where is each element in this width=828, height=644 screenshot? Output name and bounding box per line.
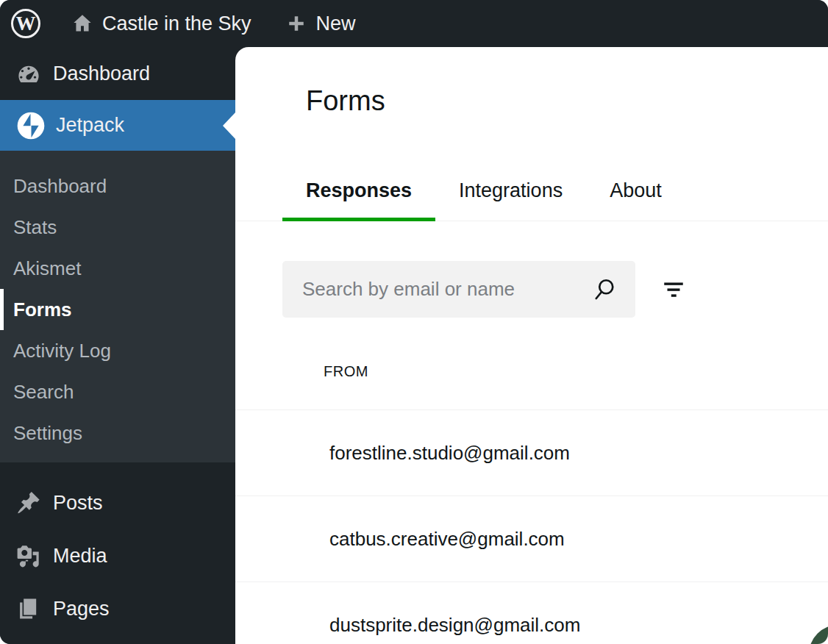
responses-table: FROM forestline.studio@gmail.com catbus.… (235, 318, 828, 644)
sidebar-item-media[interactable]: Media (0, 529, 235, 582)
dashboard-gauge-icon (16, 61, 41, 86)
plus-icon (285, 12, 307, 35)
site-name-label: Castle in the Sky (102, 12, 251, 35)
submenu-item-activity-log[interactable]: Activity Log (0, 330, 235, 371)
tab-responses[interactable]: Responses (282, 157, 435, 221)
page-title: Forms (306, 85, 828, 116)
wordpress-logo-letter: W (16, 14, 36, 34)
tab-about[interactable]: About (586, 157, 685, 221)
sidebar-item-label: Dashboard (53, 62, 150, 85)
search-field-wrapper (282, 261, 635, 318)
home-icon (71, 12, 93, 35)
filter-icon (661, 277, 686, 302)
table-row[interactable]: catbus.creative@gmail.com (235, 496, 828, 582)
submenu-item-forms[interactable]: Forms (0, 289, 235, 330)
search-input[interactable] (282, 261, 635, 318)
sidebar-item-jetpack[interactable]: Jetpack (0, 100, 235, 151)
sidebar-item-label: Media (53, 545, 107, 568)
tab-integrations[interactable]: Integrations (435, 157, 586, 221)
sidebar-item-pages[interactable]: Pages (0, 582, 235, 635)
submenu-item-search[interactable]: Search (0, 371, 235, 412)
sidebar-item-dashboard[interactable]: Dashboard (0, 47, 235, 100)
from-column-header: FROM (235, 318, 828, 410)
sidebar-bottom-menu: Posts Media Pages (0, 462, 235, 635)
admin-bar: W Castle in the Sky New (0, 0, 828, 47)
jetpack-submenu: Dashboard Stats Akismet Forms Activity L… (0, 151, 235, 462)
tab-bar: Responses Integrations About (235, 157, 828, 221)
main-content: Forms Responses Integrations About (235, 47, 828, 644)
site-name-link[interactable]: Castle in the Sky (71, 12, 251, 35)
active-menu-arrow-icon (223, 112, 235, 139)
pages-icon (16, 596, 41, 621)
wordpress-admin-page: W Castle in the Sky New Dashboard (0, 0, 828, 644)
table-row[interactable]: forestline.studio@gmail.com (235, 410, 828, 496)
media-icon (16, 543, 41, 568)
sidebar-item-posts[interactable]: Posts (0, 476, 235, 529)
table-row[interactable]: dustsprite.design@gmail.com (235, 582, 828, 644)
submenu-item-akismet[interactable]: Akismet (0, 248, 235, 289)
submenu-item-stats[interactable]: Stats (0, 207, 235, 248)
pushpin-icon (16, 490, 41, 515)
filter-button[interactable] (659, 275, 688, 304)
submenu-item-settings[interactable]: Settings (0, 412, 235, 454)
jetpack-icon (16, 111, 46, 140)
sidebar-item-label: Jetpack (56, 114, 124, 137)
admin-sidebar: Dashboard Jetpack Dashboard Stats Akisme… (0, 47, 235, 644)
new-content-button[interactable]: New (285, 12, 356, 35)
sidebar-item-label: Posts (53, 492, 103, 515)
wordpress-logo-icon[interactable]: W (11, 9, 40, 38)
responses-toolbar (282, 261, 828, 318)
submenu-item-dashboard[interactable]: Dashboard (0, 165, 235, 207)
new-label: New (316, 12, 356, 35)
sidebar-item-label: Pages (53, 598, 110, 620)
